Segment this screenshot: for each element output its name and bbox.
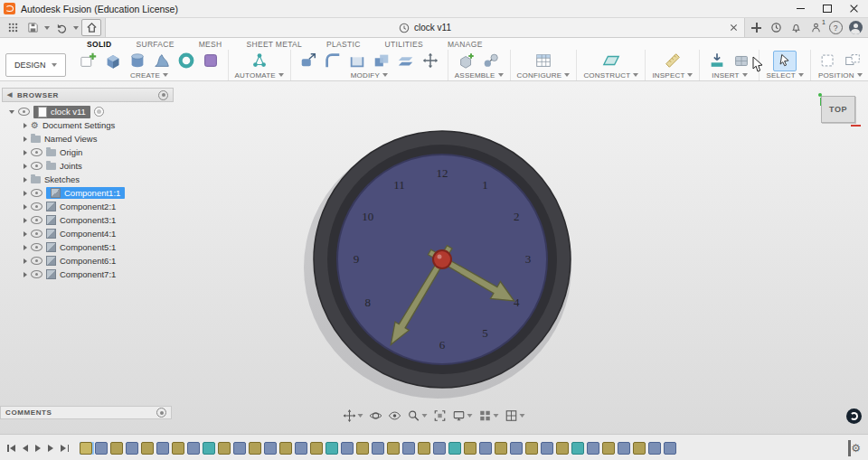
create-sketch-button[interactable] — [78, 52, 99, 70]
modify-menu[interactable]: MODIFY — [351, 71, 388, 80]
visibility-eye-icon[interactable] — [31, 230, 42, 238]
split-body-button[interactable] — [395, 52, 417, 70]
tree-row-component2[interactable]: Component2:1 — [2, 200, 174, 213]
app-grid-button[interactable] — [4, 20, 22, 35]
tree-row-joints[interactable]: Joints — [2, 159, 174, 173]
timeline-feature-icon[interactable] — [218, 442, 231, 455]
insert-mesh-button[interactable] — [731, 52, 752, 70]
extensions-button[interactable]: 1 — [807, 20, 825, 35]
timeline-feature-icon[interactable] — [633, 442, 646, 455]
collapse-panel-icon[interactable]: ◀ — [7, 91, 13, 99]
tree-row-component5[interactable]: Component5:1 — [2, 240, 174, 254]
visibility-eye-icon[interactable] — [31, 148, 42, 156]
tab-surface[interactable]: SURFACE — [136, 40, 174, 49]
joint-button[interactable] — [480, 52, 502, 70]
browser-header[interactable]: ◀ BROWSER — [2, 88, 174, 102]
insert-menu[interactable]: INSERT — [712, 71, 747, 80]
create-menu[interactable]: CREATE — [130, 71, 168, 80]
timeline-settings-button[interactable]: ⚙ — [851, 442, 863, 455]
close-button[interactable] — [841, 0, 868, 17]
step-forward-button[interactable] — [48, 445, 53, 452]
timeline-feature-icon[interactable] — [233, 442, 246, 455]
help-button[interactable]: ? — [826, 20, 844, 35]
timeline-feature-icon[interactable] — [571, 442, 584, 455]
timeline-feature-icon[interactable] — [295, 442, 307, 455]
timeline-feature-icon[interactable] — [310, 442, 323, 455]
tree-row-named-views[interactable]: Named Views — [2, 132, 174, 146]
extrude-button[interactable] — [102, 52, 124, 70]
shell-button[interactable] — [346, 52, 368, 70]
tab-manage[interactable]: MANAGE — [448, 40, 483, 49]
automate-menu[interactable]: AUTOMATE — [235, 71, 284, 80]
go-to-start-button[interactable] — [7, 445, 15, 452]
maximize-button[interactable] — [814, 0, 841, 17]
timeline-feature-icon[interactable] — [495, 442, 507, 455]
timeline-feature-icon[interactable] — [372, 442, 384, 455]
timeline-feature-icon[interactable] — [141, 442, 154, 455]
timeline-feature-icon[interactable] — [648, 442, 661, 455]
expander-icon[interactable] — [24, 123, 27, 128]
derive-button[interactable] — [200, 52, 222, 70]
insert-button[interactable] — [706, 52, 728, 70]
move-copy-button[interactable] — [420, 52, 441, 70]
undo-button[interactable] — [52, 20, 71, 35]
selected-component-chip[interactable]: Component1:1 — [46, 187, 125, 199]
measure-button[interactable] — [662, 52, 684, 70]
timeline-feature-icon[interactable] — [556, 442, 569, 455]
capture-position-button[interactable] — [817, 52, 839, 70]
look-at-button[interactable] — [389, 409, 401, 422]
visibility-eye-icon[interactable] — [31, 257, 42, 265]
revolve-button[interactable] — [127, 52, 148, 70]
assemble-menu[interactable]: ASSEMBLE — [455, 71, 504, 80]
tab-solid[interactable]: SOLID — [87, 40, 111, 49]
step-back-button[interactable] — [23, 445, 28, 452]
press-pull-button[interactable] — [297, 52, 319, 70]
timeline-feature-icon[interactable] — [249, 442, 261, 455]
minimize-button[interactable] — [787, 0, 814, 17]
revert-position-button[interactable] — [842, 52, 863, 70]
panel-options-button[interactable] — [156, 408, 166, 418]
timeline-feature-icon[interactable] — [126, 442, 138, 455]
new-component-button[interactable] — [456, 52, 477, 70]
tab-utilities[interactable]: UTILITIES — [385, 40, 423, 49]
visibility-eye-icon[interactable] — [31, 216, 42, 224]
expander-icon[interactable] — [9, 110, 14, 114]
timeline-feature-icon[interactable] — [664, 442, 676, 455]
new-tab-button[interactable] — [749, 20, 765, 35]
expander-icon[interactable] — [24, 150, 27, 155]
expander-icon[interactable] — [24, 164, 27, 169]
expander-icon[interactable] — [24, 191, 27, 196]
pan-button[interactable] — [344, 409, 363, 422]
automate-button[interactable] — [249, 52, 270, 70]
tree-row-component6[interactable]: Component6:1 — [2, 254, 174, 268]
tab-sheet-metal[interactable]: SHEET METAL — [247, 40, 303, 49]
comments-panel-header[interactable]: COMMENTS — [0, 406, 172, 419]
save-menu-caret-icon[interactable] — [44, 26, 50, 30]
sweep-button[interactable] — [151, 52, 173, 70]
fillet-button[interactable] — [322, 52, 344, 70]
visibility-eye-icon[interactable] — [31, 270, 42, 278]
tree-row-document-settings[interactable]: ⚙ Document Settings — [2, 118, 174, 132]
timeline-feature-icon[interactable] — [510, 442, 523, 455]
timeline-feature-icon[interactable] — [80, 442, 92, 455]
inspect-menu[interactable]: INSPECT — [652, 71, 693, 80]
expander-icon[interactable] — [24, 177, 27, 183]
tab-mesh[interactable]: MESH — [199, 40, 222, 49]
timeline-feature-icon[interactable] — [356, 442, 369, 455]
viewports-button[interactable] — [505, 409, 525, 422]
timeline-feature-icon[interactable] — [541, 442, 553, 455]
viewcube[interactable]: TOP — [821, 96, 855, 123]
select-tool-button[interactable] — [773, 51, 797, 71]
coil-button[interactable] — [175, 52, 197, 70]
tree-row-component3[interactable]: Component3:1 — [2, 213, 174, 227]
timeline-feature-icon[interactable] — [587, 442, 599, 455]
timeline-feature-icon[interactable] — [187, 442, 200, 455]
document-tab[interactable]: clock v11 — [105, 18, 745, 37]
expander-icon[interactable] — [24, 218, 27, 223]
timeline-feature-icon[interactable] — [95, 442, 108, 455]
timeline-feature-icon[interactable] — [418, 442, 430, 455]
play-button[interactable] — [35, 445, 41, 452]
timeline-feature-icon[interactable] — [602, 442, 615, 455]
display-settings-button[interactable] — [453, 409, 473, 422]
tree-row-origin[interactable]: Origin — [2, 146, 174, 159]
